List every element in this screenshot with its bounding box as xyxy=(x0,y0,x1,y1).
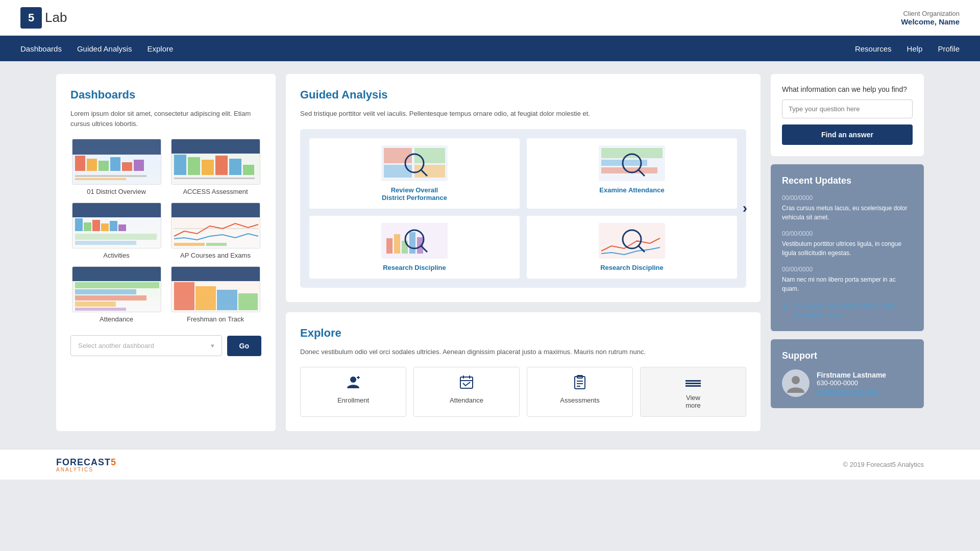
dashboard-item[interactable]: ACCESS Assessment xyxy=(169,139,261,195)
dashboard-label-attendance: Attendance xyxy=(100,315,133,323)
svg-rect-1 xyxy=(75,156,85,171)
svg-rect-14 xyxy=(229,159,241,175)
nav-help[interactable]: Help xyxy=(907,44,923,53)
svg-rect-7 xyxy=(75,175,146,177)
dashboard-label-activities: Activities xyxy=(103,252,129,259)
update-date-2: 00/00/0000 xyxy=(782,230,913,237)
go-button[interactable]: Go xyxy=(227,336,261,356)
guided-analysis-description: Sed tristique porttitor velit vel iaculi… xyxy=(300,109,746,119)
search-input[interactable] xyxy=(782,99,913,118)
svg-rect-29 xyxy=(206,243,227,246)
support-info: Firstname Lastname 630-000-0000 email@ad… xyxy=(817,371,886,396)
nav-explore[interactable]: Explore xyxy=(147,44,173,53)
nav-resources[interactable]: Resources xyxy=(855,44,892,53)
guided-label-attendance: Examine Attendance xyxy=(599,186,664,194)
dashboard-item[interactable]: AP Courses and Exams xyxy=(169,203,261,259)
explore-attendance[interactable]: Attendance xyxy=(413,367,520,417)
select-placeholder: Select another dashboard xyxy=(78,342,154,349)
find-answer-button[interactable]: Find an answer xyxy=(782,124,913,145)
dashboard-thumb-attendance xyxy=(72,266,161,312)
nav-profile[interactable]: Profile xyxy=(938,44,960,53)
guided-item-discipline-2[interactable]: Research Discipline xyxy=(527,216,737,279)
guided-thumb-attendance xyxy=(599,145,665,181)
logo-box: 5 xyxy=(20,7,42,29)
svg-rect-16 xyxy=(174,178,255,179)
svg-point-65 xyxy=(350,377,356,383)
dashboard-item[interactable]: 01 District Overview xyxy=(70,139,162,195)
forecast-text: FORECAST xyxy=(56,457,111,467)
header-right: Client Organization Welcome, Name xyxy=(901,10,960,26)
svg-rect-31 xyxy=(75,282,159,288)
svg-rect-35 xyxy=(75,308,126,311)
svg-rect-0 xyxy=(72,139,161,155)
guided-analysis-title: Guided Analysis xyxy=(300,88,746,102)
clipboard-icon xyxy=(572,374,587,393)
dashboard-item[interactable]: Attendance xyxy=(70,266,162,323)
forecast5-number: 5 xyxy=(111,457,116,467)
dashboard-item[interactable]: Activities xyxy=(70,203,162,259)
explore-title: Explore xyxy=(300,327,746,340)
dashboard-label-freshman: Freshman on Track xyxy=(187,315,244,323)
welcome-text: Welcome, Name xyxy=(901,17,960,26)
support-phone: 630-000-0000 xyxy=(817,379,886,387)
svg-rect-18 xyxy=(75,218,83,231)
portal-link[interactable]: ► Find more news and events on the Forec… xyxy=(782,302,913,320)
update-text-3: Nam nec mi non libero porta semper in ac… xyxy=(782,275,913,293)
explore-assessments[interactable]: Assessments xyxy=(527,367,633,417)
svg-rect-42 xyxy=(384,148,412,163)
svg-rect-57 xyxy=(402,241,408,254)
dashboard-item[interactable]: Freshman on Track xyxy=(169,266,261,323)
svg-rect-20 xyxy=(92,220,100,231)
update-item-3: 00/00/0000 Nam nec mi non libero porta s… xyxy=(782,266,913,293)
dashboard-select[interactable]: Select another dashboard ▾ xyxy=(70,335,222,356)
guided-label-discipline-1: Research Discipline xyxy=(383,264,446,271)
svg-rect-19 xyxy=(84,222,91,231)
svg-rect-55 xyxy=(386,238,393,254)
select-row: Select another dashboard ▾ Go xyxy=(70,335,261,356)
svg-rect-40 xyxy=(238,293,258,310)
svg-rect-30 xyxy=(72,267,161,281)
footer-copyright: © 2019 Forecast5 Analytics xyxy=(843,461,924,468)
explore-enrollment-label: Enrollment xyxy=(337,396,369,404)
explore-enrollment[interactable]: Enrollment xyxy=(300,367,406,417)
search-box: What information can we help you find? F… xyxy=(771,74,924,156)
footer-logo: FORECAST5 ANALYTICS xyxy=(56,457,116,472)
explore-view-more[interactable]: Viewmore xyxy=(640,367,746,417)
update-date-1: 00/00/0000 xyxy=(782,194,913,202)
svg-rect-44 xyxy=(384,165,412,178)
guided-item-review[interactable]: Review OverallDistrict Performance xyxy=(309,138,520,209)
support-email[interactable]: email@address.com xyxy=(817,388,877,395)
chevron-right-icon[interactable]: › xyxy=(743,200,747,216)
explore-icons: Enrollment Attendance xyxy=(300,367,746,417)
svg-rect-26 xyxy=(172,203,260,217)
nav-dashboards[interactable]: Dashboards xyxy=(20,44,62,53)
svg-rect-68 xyxy=(460,377,473,388)
svg-rect-32 xyxy=(75,289,136,294)
guided-item-attendance[interactable]: Examine Attendance xyxy=(527,138,737,209)
svg-rect-4 xyxy=(110,157,120,171)
portal-link-text[interactable]: Find more news and events on the Forecas… xyxy=(793,302,913,320)
logo-number: 5 xyxy=(28,11,34,24)
more-icon xyxy=(685,374,701,391)
guided-analysis-panel: Guided Analysis Sed tristique porttitor … xyxy=(286,74,761,302)
svg-rect-56 xyxy=(394,234,400,254)
svg-rect-24 xyxy=(75,234,157,240)
footer: FORECAST5 ANALYTICS © 2019 Forecast5 Ana… xyxy=(0,449,980,480)
dashboard-label-ap: AP Courses and Exams xyxy=(180,252,251,259)
svg-rect-38 xyxy=(195,286,216,310)
nav-guided-analysis[interactable]: Guided Analysis xyxy=(77,44,132,53)
svg-rect-9 xyxy=(172,139,260,154)
nav-right: Resources Help Profile xyxy=(855,44,960,53)
logo: 5 Lab xyxy=(20,7,67,29)
dashboard-thumb-access xyxy=(171,139,260,185)
right-panel: What information can we help you find? F… xyxy=(771,74,924,431)
guided-thumb-review xyxy=(381,145,448,181)
svg-rect-17 xyxy=(72,203,161,217)
svg-rect-10 xyxy=(174,155,186,175)
update-text-2: Vestibulum porttitor ultrices ligula, in… xyxy=(782,239,913,258)
explore-description: Donec vestibulum odio vel orci sodales u… xyxy=(300,347,746,357)
update-date-3: 00/00/0000 xyxy=(782,266,913,273)
guided-item-discipline-1[interactable]: Research Discipline xyxy=(309,216,520,279)
guided-analysis-grid: Review OverallDistrict Performance xyxy=(300,129,746,288)
explore-assessments-label: Assessments xyxy=(560,396,599,404)
